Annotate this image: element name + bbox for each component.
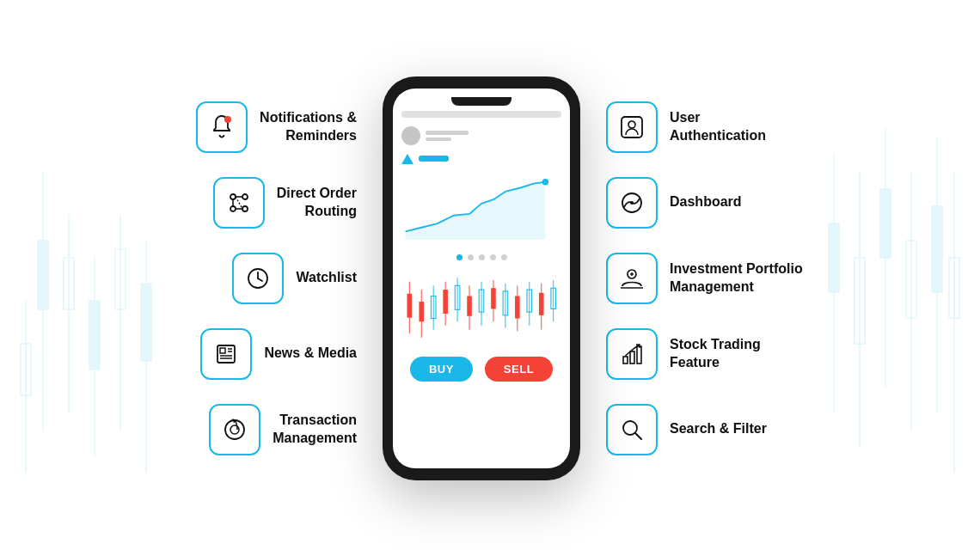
buy-button[interactable]: BUY — [410, 357, 473, 382]
routing-icon — [224, 188, 254, 217]
feature-dashboard-label: Dashboard — [670, 193, 742, 211]
dot-3 — [479, 254, 485, 260]
avatar — [401, 126, 420, 145]
watchlist-icon-box — [232, 253, 284, 304]
screen-ticker — [401, 154, 561, 164]
svg-point-25 — [230, 194, 236, 199]
stock-icon — [617, 339, 646, 369]
sell-button[interactable]: SELL — [485, 357, 553, 382]
news-icon — [211, 339, 241, 369]
svg-rect-63 — [515, 296, 520, 318]
svg-point-24 — [224, 116, 231, 123]
user-auth-icon — [617, 113, 646, 142]
svg-point-41 — [225, 420, 244, 439]
svg-line-34 — [258, 278, 262, 281]
svg-rect-59 — [491, 288, 496, 309]
search-icon-box — [606, 404, 658, 455]
transaction-icon-box — [209, 404, 260, 455]
feature-search-filter: Search & Filter — [606, 404, 767, 455]
svg-rect-78 — [630, 351, 634, 364]
dot-4 — [490, 254, 496, 260]
feature-direct-order-label: Direct OrderRouting — [277, 185, 357, 221]
feature-news-media: News & Media — [200, 328, 357, 380]
bell-icon — [207, 113, 236, 142]
dot-1 — [456, 254, 462, 260]
dot-5 — [501, 254, 507, 260]
svg-rect-77 — [623, 357, 628, 364]
phone-notch — [451, 97, 511, 106]
phone-screen: BUY SELL — [393, 89, 570, 468]
line-chart — [401, 171, 561, 244]
feature-search-label: Search & Filter — [670, 420, 767, 438]
feature-investment: Investment PortfolioManagement — [606, 253, 803, 304]
right-features-column: UserAuthentication Dashboard — [606, 101, 881, 455]
feature-stock-label: Stock TradingFeature — [670, 336, 761, 372]
feature-transaction-label: TransactionManagement — [273, 412, 357, 448]
stock-icon-box — [606, 328, 658, 380]
left-features-column: Notifications &Reminders Direct OrderRou… — [99, 101, 357, 455]
feature-investment-label: Investment PortfolioManagement — [670, 260, 803, 296]
dashboard-icon-box — [606, 177, 658, 229]
transaction-icon — [220, 415, 249, 444]
profile-lines — [426, 131, 469, 141]
news-icon-box — [200, 328, 252, 380]
ticker-bar — [419, 156, 449, 162]
svg-point-26 — [242, 194, 248, 199]
screen-topbar — [401, 111, 561, 118]
feature-user-auth: UserAuthentication — [606, 101, 766, 153]
user-auth-icon-box — [606, 101, 658, 153]
feature-transaction: TransactionManagement — [209, 404, 357, 455]
svg-point-71 — [628, 121, 635, 128]
svg-rect-36 — [220, 348, 225, 353]
ticker-up-icon — [401, 154, 413, 164]
svg-line-81 — [635, 433, 641, 439]
profile-line-name — [426, 131, 469, 135]
feature-user-auth-label: UserAuthentication — [670, 109, 766, 145]
feature-notifications: Notifications &Reminders — [196, 101, 357, 153]
pagination-dots — [401, 254, 561, 260]
feature-direct-order: Direct OrderRouting — [213, 177, 357, 229]
svg-rect-70 — [622, 117, 642, 137]
trade-buttons: BUY SELL — [401, 357, 561, 382]
svg-rect-55 — [467, 296, 472, 315]
svg-rect-51 — [443, 290, 448, 314]
svg-rect-67 — [539, 292, 544, 315]
clock-icon — [243, 264, 273, 293]
svg-point-27 — [230, 206, 236, 211]
feature-watchlist: Watchlist — [232, 253, 357, 304]
svg-rect-79 — [637, 346, 641, 364]
feature-stock-trading: Stock TradingFeature — [606, 328, 761, 380]
svg-point-73 — [630, 201, 634, 205]
routing-icon-box — [213, 177, 265, 229]
investment-icon-box — [606, 253, 658, 304]
main-layout: Notifications &Reminders Direct OrderRou… — [0, 0, 980, 556]
dot-2 — [468, 254, 474, 260]
feature-news-label: News & Media — [264, 345, 357, 363]
svg-point-28 — [242, 206, 248, 211]
svg-rect-47 — [419, 302, 424, 321]
search-icon — [617, 415, 646, 444]
feature-dashboard: Dashboard — [606, 177, 742, 229]
dashboard-icon — [617, 188, 646, 217]
feature-watchlist-label: Watchlist — [296, 269, 357, 287]
notifications-icon-box — [196, 101, 248, 153]
phone-shell: BUY SELL — [383, 76, 580, 480]
svg-rect-45 — [407, 293, 413, 317]
phone-mockup: BUY SELL — [383, 76, 580, 480]
feature-notifications-label: Notifications &Reminders — [260, 109, 357, 145]
candlestick-chart — [401, 269, 561, 346]
investment-icon — [617, 264, 646, 293]
profile-line-sub — [426, 137, 451, 141]
screen-profile — [401, 126, 561, 145]
